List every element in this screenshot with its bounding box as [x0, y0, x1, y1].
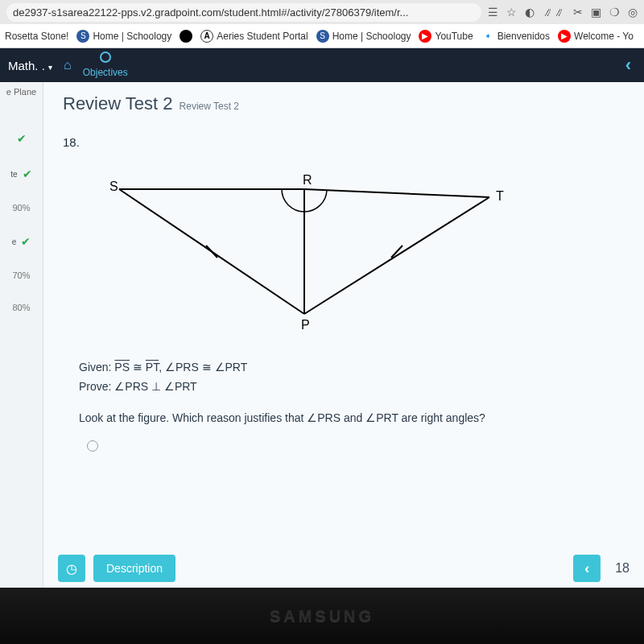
given-prove-block: Given: PS ≅ PT, ∠PRS ≅ ∠PRT Prove: ∠PRS … — [79, 358, 625, 397]
dot-icon[interactable] — [180, 30, 192, 43]
stripes-icon[interactable]: ⫽⫽ — [543, 6, 565, 19]
svg-line-1 — [304, 189, 489, 197]
question-text: Look at the figure. Which reason justifi… — [79, 411, 625, 424]
bookmark-schoology2[interactable]: SHome | Schoology — [316, 30, 411, 43]
sidebar-item[interactable]: 80% — [12, 303, 30, 312]
check-icon: ✔ — [17, 132, 27, 145]
scissors-icon[interactable]: ✂ — [573, 6, 583, 19]
pin-icon: ➧ — [481, 30, 494, 43]
sidebar-item[interactable]: 90% — [12, 203, 30, 213]
label-P: P — [301, 318, 310, 332]
chrome-action-icons: ☰ ☆ ◐ ⫽⫽ ✂ ▣ ❍ ◎ — [488, 6, 638, 19]
bookmark-rosetta[interactable]: Rosetta Stone! — [5, 31, 68, 42]
check-icon: ✔ — [23, 167, 32, 180]
clock-icon: ◷ — [66, 561, 77, 576]
timer-button[interactable]: ◷ — [58, 555, 85, 582]
browser-chrome: de2937-s1sarea22122-pps.v2.gradpoint.com… — [0, 0, 644, 24]
youtube-icon: ▶ — [419, 30, 431, 43]
description-button[interactable]: Description — [93, 555, 175, 582]
star-icon[interactable]: ☆ — [506, 6, 517, 19]
answer-option[interactable] — [87, 440, 625, 455]
sidebar-top-label: e Plane — [6, 87, 36, 97]
aeries-icon: A — [200, 30, 213, 43]
contrast-icon[interactable]: ◐ — [525, 6, 535, 19]
sidebar-item[interactable]: te✔ — [10, 167, 31, 180]
schoology-icon: S — [316, 30, 329, 43]
progress-sidebar: e Plane ✔ te✔ 90% e✔ 70% 80% — [0, 82, 43, 588]
objectives-tab[interactable]: Objectives — [83, 52, 128, 79]
check-icon: ✔ — [21, 235, 31, 248]
sidebar-item[interactable]: ✔ — [17, 132, 27, 145]
target-icon — [100, 52, 111, 63]
prove-line: Prove: ∠PRS ⊥ ∠PRT — [79, 378, 625, 397]
label-S: S — [109, 180, 118, 193]
home-icon[interactable]: ⌂ — [64, 58, 72, 72]
course-dropdown[interactable]: Math. . ▾ — [8, 59, 52, 72]
given-line: Given: PS ≅ PT, ∠PRS ≅ ∠PRT — [79, 358, 625, 378]
workspace: e Plane ✔ te✔ 90% e✔ 70% 80% Review Test… — [0, 82, 644, 588]
sidebar-item[interactable]: e✔ — [12, 235, 31, 248]
help-icon[interactable]: ❍ — [609, 6, 620, 19]
label-T: T — [496, 189, 504, 203]
app-header: Math. . ▾ ⌂ Objectives ‹ — [0, 48, 644, 82]
translate-icon[interactable]: ☰ — [488, 6, 498, 19]
bookmark-schoology1[interactable]: SHome | Schoology — [76, 30, 171, 43]
bookmarks-bar: Rosetta Stone! SHome | Schoology AAeries… — [0, 24, 644, 48]
content-footer: ◷ Description ‹ 18 — [43, 549, 644, 588]
svg-line-3 — [304, 197, 489, 314]
ring-icon[interactable]: ◎ — [628, 6, 638, 19]
sidebar-item[interactable]: 70% — [12, 270, 30, 280]
box-icon[interactable]: ▣ — [591, 6, 601, 19]
url-bar[interactable]: de2937-s1sarea22122-pps.v2.gradpoint.com… — [6, 3, 481, 22]
question-number: 18. — [63, 135, 625, 149]
svg-line-5 — [206, 246, 217, 258]
back-chevron-icon[interactable]: ‹ — [625, 55, 631, 76]
prev-button[interactable]: ‹ — [573, 555, 601, 582]
laptop-bezel: SAMSUNG — [0, 588, 644, 644]
geometry-figure: S R T P — [95, 173, 514, 334]
bookmark-welcome[interactable]: ▶Welcome - Yo — [558, 30, 634, 43]
test-title: Review Test 2 Review Test 2 — [63, 93, 625, 114]
brand-logo: SAMSUNG — [270, 607, 374, 625]
content-panel: Review Test 2 Review Test 2 18. S R T — [43, 82, 644, 588]
schoology-icon: S — [76, 30, 89, 43]
radio-icon — [87, 440, 98, 452]
question-counter: 18 — [615, 561, 630, 576]
bookmark-youtube[interactable]: ▶YouTube — [419, 30, 473, 43]
bookmark-aeries[interactable]: AAeries Student Portal — [200, 30, 308, 43]
bookmark-bienvenidos[interactable]: ➧Bienvenidos — [481, 30, 550, 43]
label-R: R — [303, 173, 312, 187]
youtube-icon: ▶ — [558, 30, 571, 43]
